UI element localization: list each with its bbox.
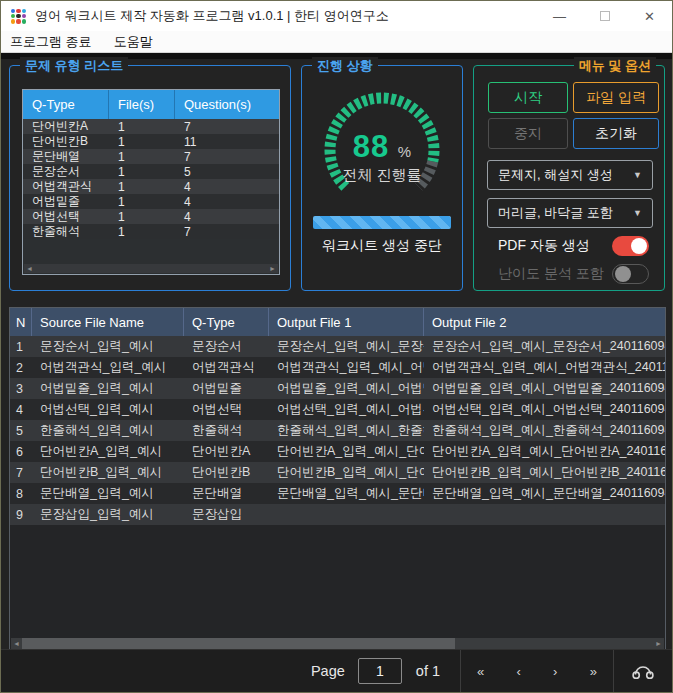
scroll-right-icon[interactable]: ►: [267, 264, 278, 273]
options-group: 메뉴 및 옵션 시작 파일 입력 중지 초기화 문제지, 해설지 생성 ▼ 머리…: [473, 65, 665, 291]
table-row[interactable]: 6단어빈칸A_입력_예시단어빈칸A단어빈칸A_입력_예시_단어빈칸A단어빈칸A_…: [10, 441, 665, 462]
table-row[interactable]: 어법객관식14: [23, 179, 279, 194]
qtype-table-hscrollbar[interactable]: ◄ ►: [24, 264, 278, 273]
pager-nav: « ‹ › »: [461, 660, 613, 683]
close-icon[interactable]: ✕: [627, 1, 672, 31]
table-cell: 9: [10, 508, 32, 522]
table-cell: 1: [109, 165, 175, 179]
table-row[interactable]: 문단배열17: [23, 149, 279, 164]
table-cell: 4: [175, 210, 279, 224]
table-cell: 1: [109, 195, 175, 209]
table-cell: 어법밑줄_입력_예시: [32, 380, 184, 397]
qtype-table: Q-Type File(s) Question(s) 단어빈칸A17단어빈칸B1…: [22, 89, 280, 275]
table-row[interactable]: 3어법밑줄_입력_예시어법밑줄어법밑줄_입력_예시_어법밑줄어법밑줄_입력_예시…: [10, 378, 665, 399]
table-cell: 한줄해석: [184, 422, 269, 439]
header-footer-dropdown[interactable]: 머리글, 바닥글 포함 ▼: [487, 198, 653, 228]
table-cell: 1: [109, 150, 175, 164]
output-mode-value: 문제지, 해설지 생성: [498, 166, 613, 184]
scroll-left-icon[interactable]: ◄: [11, 639, 22, 648]
file-input-button[interactable]: 파일 입력: [573, 82, 659, 113]
reset-button[interactable]: 초기화: [573, 118, 659, 149]
difficulty-toggle[interactable]: [612, 264, 649, 284]
qtype-group: 문제 유형 리스트 Q-Type File(s) Question(s) 단어빈…: [9, 65, 291, 291]
table-cell: 문장순서_입력_예시_문장순서: [269, 338, 424, 355]
output1-col-header[interactable]: Output File 1: [269, 308, 424, 336]
table-cell: 어법선택_입력_예시_어법선택_240116094236_5: [424, 401, 665, 418]
toggle-knob: [631, 238, 647, 254]
scroll-right-icon[interactable]: ►: [653, 639, 664, 648]
table-cell: 문장순서: [184, 338, 269, 355]
table-cell: 단어빈칸B_입력_예시_단어빈칸B_24011609424: [424, 464, 665, 481]
table-row[interactable]: 1문장순서_입력_예시문장순서문장순서_입력_예시_문장순서문장순서_입력_예시…: [10, 336, 665, 357]
table-cell: 문단배열_입력_예시_문단배열_240116094243_5: [424, 485, 665, 502]
menubar: 프로그램 종료 도움말: [1, 31, 672, 53]
table-cell: 단어빈칸A_입력_예시: [32, 443, 184, 460]
table-row[interactable]: 9문장삽입_입력_예시문장삽입: [10, 504, 665, 525]
pdf-auto-toggle[interactable]: [612, 236, 649, 256]
table-cell: 한줄해석: [23, 223, 109, 240]
pdf-auto-toggle-row: PDF 자동 생성: [498, 235, 649, 257]
toggle-knob: [615, 266, 631, 282]
table-cell: 문단배열: [184, 485, 269, 502]
table-row[interactable]: 문장순서15: [23, 164, 279, 179]
pager-bar: Page of 1 « ‹ › »: [1, 649, 672, 692]
next-page-button[interactable]: ›: [547, 660, 563, 683]
table-cell: 7: [175, 120, 279, 134]
table-row[interactable]: 7단어빈칸B_입력_예시단어빈칸B단어빈칸B_입력_예시_단어빈칸B단어빈칸B_…: [10, 462, 665, 483]
stop-generation-button[interactable]: 워크시트 생성 중단: [301, 237, 463, 255]
table-row[interactable]: 어법밑줄14: [23, 194, 279, 209]
table-row[interactable]: 한줄해석17: [23, 224, 279, 239]
pdf-auto-label: PDF 자동 생성: [498, 237, 590, 255]
n-col-header[interactable]: N: [10, 308, 32, 336]
menu-item-exit[interactable]: 프로그램 종료: [1, 33, 103, 51]
minimize-icon[interactable]: —: [537, 1, 582, 31]
difficulty-label: 난이도 분석 포함: [498, 265, 604, 283]
table-row[interactable]: 어법선택14: [23, 209, 279, 224]
headset-button[interactable]: [614, 662, 672, 681]
stop-button[interactable]: 중지: [488, 118, 568, 149]
output2-col-header[interactable]: Output File 2: [424, 308, 665, 336]
table-row[interactable]: 8문단배열_입력_예시문단배열문단배열_입력_예시_문단배열문단배열_입력_예시…: [10, 483, 665, 504]
table-row[interactable]: 5한줄해석_입력_예시한줄해석한줄해석_입력_예시_한줄해석한줄해석_입력_예시…: [10, 420, 665, 441]
questions-col-header[interactable]: Question(s): [175, 90, 279, 119]
header-footer-value: 머리글, 바닥글 포함: [498, 204, 613, 222]
prev-page-button[interactable]: ‹: [511, 660, 527, 683]
table-cell: 1: [109, 225, 175, 239]
table-cell: 문장순서_입력_예시_문장순서_240116094231_5: [424, 338, 665, 355]
table-row[interactable]: 단어빈칸B111: [23, 134, 279, 149]
table-cell: 1: [109, 180, 175, 194]
hscrollbar-thumb[interactable]: [22, 638, 455, 649]
table-cell: 4: [10, 403, 32, 417]
maximize-icon[interactable]: [582, 1, 627, 31]
page-input[interactable]: [358, 658, 402, 684]
progress-percent: 88: [353, 129, 389, 164]
output-mode-dropdown[interactable]: 문제지, 해설지 생성 ▼: [487, 160, 653, 190]
progress-group-title: 진행 상황: [312, 57, 378, 75]
table-row[interactable]: 2어법객관식_입력_예시어법객관식어법객관식_입력_예시_어법객관식어법객관식_…: [10, 357, 665, 378]
table-cell: 단어빈칸B_입력_예시: [32, 464, 184, 481]
table-row[interactable]: 단어빈칸A17: [23, 119, 279, 134]
table-cell: 문단배열_입력_예시: [32, 485, 184, 502]
first-page-button[interactable]: «: [471, 660, 490, 683]
menu-item-help[interactable]: 도움말: [103, 33, 164, 51]
difficulty-toggle-row: 난이도 분석 포함: [498, 263, 649, 285]
gauge-caption: 전체 진행률: [301, 166, 463, 185]
qtype-table-body: 단어빈칸A17단어빈칸B111문단배열17문장순서15어법객관식14어법밑줄14…: [23, 119, 279, 239]
file-table-header: N Source File Name Q-Type Output File 1 …: [10, 308, 665, 336]
qtype-col-header[interactable]: Q-Type: [23, 90, 109, 119]
source-col-header[interactable]: Source File Name: [32, 308, 184, 336]
file-table: N Source File Name Q-Type Output File 1 …: [9, 307, 666, 651]
main-content: 문제 유형 리스트 Q-Type File(s) Question(s) 단어빈…: [1, 53, 672, 692]
file-table-hscrollbar[interactable]: ◄ ►: [11, 638, 664, 649]
files-col-header[interactable]: File(s): [109, 90, 175, 119]
qtype-col-header[interactable]: Q-Type: [184, 308, 269, 336]
table-cell: 1: [10, 340, 32, 354]
table-cell: 5: [10, 424, 32, 438]
scroll-left-icon[interactable]: ◄: [24, 264, 35, 273]
table-cell: 단어빈칸A_입력_예시_단어빈칸A: [269, 443, 424, 460]
last-page-button[interactable]: »: [584, 660, 603, 683]
start-button[interactable]: 시작: [488, 82, 568, 113]
table-row[interactable]: 4어법선택_입력_예시어법선택어법선택_입력_예시_어법선택어법선택_입력_예시…: [10, 399, 665, 420]
table-cell: 어법객관식_입력_예시: [32, 359, 184, 376]
window-title: 영어 워크시트 제작 자동화 프로그램 v1.0.1 | 한티 영어연구소: [35, 7, 389, 25]
